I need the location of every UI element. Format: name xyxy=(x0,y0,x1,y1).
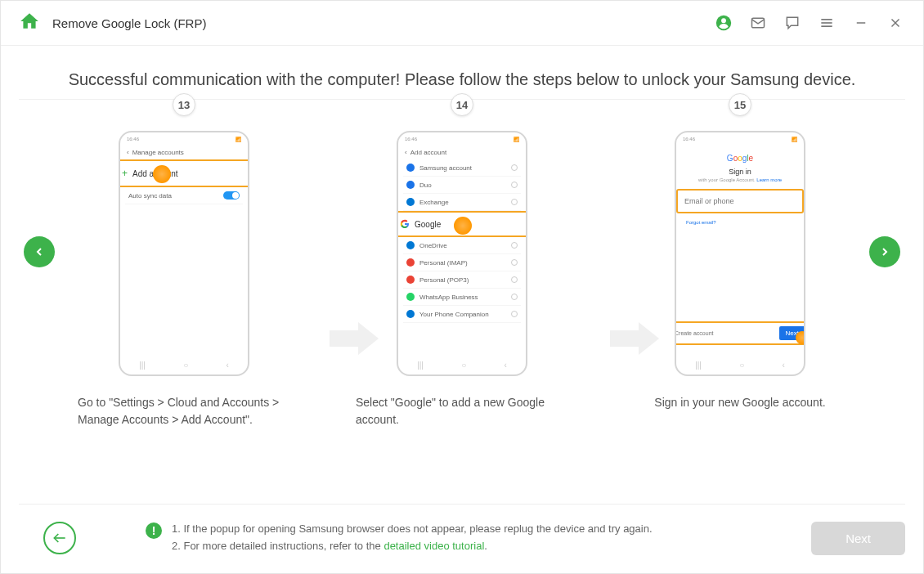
step-caption: Select "Google" to add a new Google acco… xyxy=(352,394,572,443)
menu-icon[interactable] xyxy=(817,13,837,33)
tips-text: 1. If the popup for opening Samsung brow… xyxy=(172,521,653,555)
headline-text: Successful communication with the comput… xyxy=(1,70,923,89)
page-title: Remove Google Lock (FRP) xyxy=(52,16,206,30)
touch-indicator xyxy=(796,331,805,344)
header-right xyxy=(714,13,905,33)
add-account-row: + Add account xyxy=(119,159,249,187)
arrow-separator-icon xyxy=(610,322,659,358)
next-row-highlight: Create account Next xyxy=(675,321,805,345)
account-icon[interactable] xyxy=(714,13,733,33)
google-row: Google xyxy=(397,211,527,237)
back-button[interactable] xyxy=(43,522,76,554)
google-signin-screen: Google Sign in with your Google Account.… xyxy=(681,146,799,233)
step-caption: Go to "Settings > Cloud and Accounts > M… xyxy=(74,394,294,443)
steps-row: 13 16:46📶 ‹Manage accounts + Add account… xyxy=(1,93,923,443)
phone-back-header: ‹Manage accounts xyxy=(125,146,243,159)
step-14: 14 16:46📶 ‹Add account Samsung account D… xyxy=(352,93,572,443)
auto-sync-row: Auto sync data xyxy=(125,187,243,204)
google-next-button: Next xyxy=(779,326,805,340)
phone-mockup-14: 16:46📶 ‹Add account Samsung account Duo … xyxy=(397,131,527,376)
tips-block: ! 1. If the popup for opening Samsung br… xyxy=(146,521,811,555)
toggle-icon xyxy=(223,191,240,200)
step-13: 13 16:46📶 ‹Manage accounts + Add account… xyxy=(74,93,294,443)
footer-bar: ! 1. If the popup for opening Samsung br… xyxy=(19,504,905,555)
step-number-badge: 14 xyxy=(451,93,473,116)
main-content: Successful communication with the comput… xyxy=(1,46,923,443)
touch-indicator xyxy=(454,217,472,235)
phone-nav-keys: |||○‹ xyxy=(676,361,804,370)
carousel-next-button[interactable] xyxy=(869,236,900,267)
svg-point-1 xyxy=(721,18,726,23)
phone-nav-keys: |||○‹ xyxy=(120,361,248,370)
phone-back-header: ‹Add account xyxy=(403,146,521,159)
touch-indicator xyxy=(153,165,171,183)
phone-mockup-13: 16:46📶 ‹Manage accounts + Add account Au… xyxy=(119,131,249,376)
close-icon[interactable] xyxy=(886,13,905,33)
phone-nav-keys: |||○‹ xyxy=(398,361,526,370)
video-tutorial-link[interactable]: detailed video tutorial xyxy=(384,540,484,552)
info-icon: ! xyxy=(146,522,162,539)
phone-mockup-15: 16:46📶 Google Sign in with your Google A… xyxy=(675,131,805,376)
feedback-icon[interactable] xyxy=(783,13,802,33)
google-logo-icon: Google xyxy=(684,154,796,163)
header-left: Remove Google Lock (FRP) xyxy=(19,11,206,35)
home-icon[interactable] xyxy=(19,11,40,35)
email-input-highlight: Email or phone xyxy=(676,189,804,213)
minimize-icon[interactable] xyxy=(851,13,871,33)
app-header: Remove Google Lock (FRP) xyxy=(1,1,923,46)
arrow-separator-icon xyxy=(330,322,379,358)
step-15: 15 16:46📶 Google Sign in with your Googl… xyxy=(630,93,850,443)
step-caption: Sign in your new Google account. xyxy=(650,394,829,443)
carousel-prev-button[interactable] xyxy=(24,236,55,267)
step-number-badge: 15 xyxy=(729,93,751,116)
mail-icon[interactable] xyxy=(748,13,768,33)
step-number-badge: 13 xyxy=(173,93,195,116)
next-button[interactable]: Next xyxy=(811,522,905,555)
